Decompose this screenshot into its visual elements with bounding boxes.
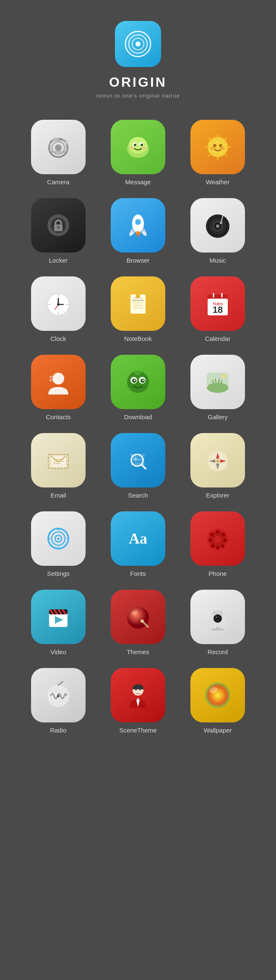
music-icon[interactable] xyxy=(190,198,245,253)
svg-line-24 xyxy=(224,153,227,156)
app-item-video[interactable]: Video xyxy=(25,590,92,655)
notebook-icon[interactable]: return to home at 6:00 xyxy=(111,276,165,331)
app-item-search[interactable]: 0011110 0110011 1010100 Search xyxy=(104,433,172,499)
fonts-icon[interactable]: Aa xyxy=(111,511,165,566)
app-item-scenetheme[interactable]: SceneTheme xyxy=(104,668,172,734)
svg-point-82 xyxy=(134,379,135,381)
svg-point-132 xyxy=(214,536,221,543)
svg-text:Aa: Aa xyxy=(129,530,147,547)
app-item-locker[interactable]: Locker xyxy=(25,198,92,264)
record-icon[interactable] xyxy=(190,590,245,644)
camera-icon[interactable] xyxy=(31,120,86,174)
themes-icon[interactable] xyxy=(111,590,165,644)
svg-point-125 xyxy=(222,533,225,536)
svg-point-11 xyxy=(129,137,147,154)
app-item-fonts[interactable]: Aa Fonts xyxy=(104,511,172,577)
notebook-label: NoteBook xyxy=(124,335,152,342)
svg-point-29 xyxy=(211,147,215,150)
search-label: Search xyxy=(128,492,148,499)
svg-point-157 xyxy=(57,695,60,697)
svg-point-9 xyxy=(65,140,68,144)
wallpaper-label: Wallpaper xyxy=(204,727,232,734)
svg-point-112 xyxy=(216,460,219,462)
app-item-explorer[interactable]: Explorer xyxy=(184,433,251,499)
svg-point-17 xyxy=(142,147,146,149)
download-icon[interactable] xyxy=(111,355,165,409)
svg-point-150 xyxy=(216,617,217,618)
svg-point-144 xyxy=(141,619,144,623)
app-item-contacts[interactable]: Contacts xyxy=(25,355,92,420)
app-item-settings[interactable]: Settings xyxy=(25,511,92,577)
app-item-camera[interactable]: Camera xyxy=(25,120,92,186)
svg-text:home at 6:00: home at 6:00 xyxy=(132,299,144,302)
svg-point-83 xyxy=(142,379,144,381)
svg-point-92 xyxy=(222,374,226,378)
phone-icon[interactable] xyxy=(190,511,245,566)
svg-rect-155 xyxy=(220,610,222,613)
svg-point-131 xyxy=(210,533,214,536)
app-item-weather[interactable]: Weather xyxy=(184,120,251,186)
app-item-notebook[interactable]: return to home at 6:00 NoteBook xyxy=(104,276,172,342)
svg-point-164 xyxy=(139,689,141,691)
app-item-calendar[interactable]: TUES 18 Calendar xyxy=(184,276,251,342)
app-item-phone[interactable]: Phone xyxy=(184,511,251,577)
calendar-icon[interactable]: TUES 18 xyxy=(190,276,245,331)
svg-point-30 xyxy=(221,147,225,150)
scenetheme-icon[interactable] xyxy=(111,668,165,722)
svg-point-74 xyxy=(52,373,64,384)
svg-point-57 xyxy=(57,303,60,306)
app-item-browser[interactable]: Browser xyxy=(104,198,172,264)
svg-point-159 xyxy=(62,681,63,683)
svg-point-128 xyxy=(216,546,219,549)
app-item-music[interactable]: Music xyxy=(184,198,251,264)
explorer-label: Explorer xyxy=(206,492,229,499)
search-icon-app[interactable]: 0011110 0110011 1010100 xyxy=(111,433,165,487)
svg-point-120 xyxy=(57,537,60,540)
svg-text:18: 18 xyxy=(213,304,223,315)
wallpaper-icon[interactable] xyxy=(190,668,245,722)
app-item-record[interactable]: Record xyxy=(184,590,251,655)
locker-icon[interactable] xyxy=(31,198,86,253)
contacts-icon[interactable] xyxy=(31,355,86,409)
email-icon[interactable] xyxy=(31,433,86,487)
svg-rect-153 xyxy=(214,610,215,613)
app-item-clock[interactable]: Clock xyxy=(25,276,92,342)
video-label: Video xyxy=(50,648,66,655)
svg-point-103 xyxy=(134,457,137,461)
settings-icon[interactable] xyxy=(31,511,86,566)
clock-icon[interactable] xyxy=(31,276,86,331)
app-item-wallpaper[interactable]: Wallpaper xyxy=(184,668,251,734)
browser-label: Browser xyxy=(126,257,149,264)
svg-point-126 xyxy=(224,539,227,542)
app-item-message[interactable]: Message xyxy=(104,120,172,186)
weather-icon[interactable] xyxy=(190,120,245,174)
browser-icon[interactable] xyxy=(111,198,165,253)
svg-point-38 xyxy=(136,232,140,237)
message-icon[interactable] xyxy=(111,120,165,174)
svg-point-163 xyxy=(135,689,137,691)
video-icon[interactable] xyxy=(31,590,86,644)
app-title: ORIGIN xyxy=(109,75,167,90)
svg-point-87 xyxy=(207,383,229,393)
themes-label: Themes xyxy=(127,648,149,655)
record-label: Record xyxy=(208,648,228,655)
svg-line-26 xyxy=(209,153,211,156)
explorer-icon[interactable] xyxy=(190,433,245,487)
svg-point-127 xyxy=(221,544,224,548)
gallery-icon[interactable] xyxy=(190,355,245,409)
radio-icon[interactable] xyxy=(31,668,86,722)
email-label: Email xyxy=(50,492,66,499)
message-label: Message xyxy=(125,178,151,186)
app-item-themes[interactable]: Themes xyxy=(104,590,172,655)
music-label: Music xyxy=(209,257,226,264)
app-subtitle: retrun to one's original natrue xyxy=(96,93,180,99)
svg-rect-152 xyxy=(212,629,224,630)
locker-label: Locker xyxy=(49,257,68,264)
svg-point-75 xyxy=(49,376,52,378)
svg-point-129 xyxy=(211,544,214,548)
app-item-radio[interactable]: Radio xyxy=(25,668,92,734)
app-item-download[interactable]: Download xyxy=(104,355,172,420)
app-header: ORIGIN retrun to one's original natrue xyxy=(96,0,180,111)
app-item-gallery[interactable]: Gallery xyxy=(184,355,251,420)
app-item-email[interactable]: Email xyxy=(25,433,92,499)
